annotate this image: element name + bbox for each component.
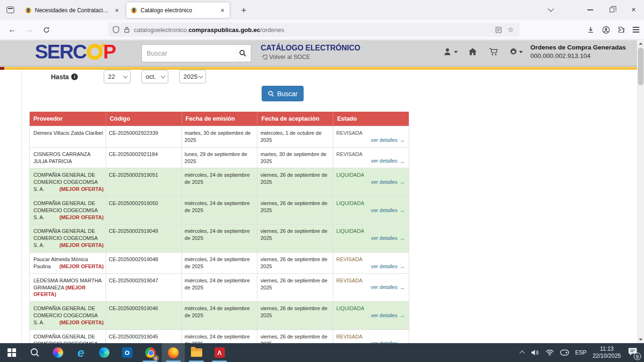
file-explorer-button[interactable] [185, 343, 208, 362]
ver-detalles-link[interactable]: ver detalles→ [371, 178, 405, 186]
scrollbar-thumb[interactable] [638, 48, 644, 85]
wifi-button[interactable] [545, 349, 554, 356]
proveedor-cell: Demera Villacis Zaida Claribel [30, 126, 106, 147]
chrome-button[interactable]: G [139, 343, 162, 362]
ver-detalles-label: ver detalles [371, 312, 397, 319]
lock-icon[interactable] [124, 26, 130, 33]
shield-icon[interactable] [112, 26, 120, 33]
logo-text: C [73, 42, 86, 62]
notification-badge: 5 [634, 353, 641, 360]
info-icon[interactable]: i [71, 74, 78, 80]
tab-necesidades[interactable]: Necesidades de Contratación y × [21, 2, 124, 18]
catalog-search-button[interactable] [234, 44, 251, 62]
maximize-button[interactable] [605, 4, 619, 16]
emision-cell: martes, 30 de septiembre de 2025 [182, 126, 257, 147]
codigo-cell: CE-20250002919048 [106, 253, 182, 273]
acrobat-button[interactable]: Λ [208, 343, 231, 362]
estado-badge: REVISADA [336, 130, 407, 137]
start-button[interactable] [0, 343, 23, 362]
ver-detalles-link[interactable]: ver detalles→ [371, 340, 405, 343]
proveedor-cell: COMPAÑIA GENERAL DE COMERCIO COGECOMSA S… [30, 168, 106, 196]
ver-detalles-link[interactable]: ver detalles→ [371, 284, 405, 291]
estado-cell: LIQUIDADA ver detalles→ [333, 302, 409, 329]
notification-center-button[interactable]: 5 [627, 347, 639, 358]
month-select[interactable]: oct. [141, 70, 168, 83]
url-text: catalogoelectronico.compraspublicas.gob.… [134, 26, 495, 33]
volver-soce-link[interactable]: Volver al SOCE [261, 54, 310, 60]
minimize-icon [587, 9, 593, 10]
user-menu-button[interactable] [444, 48, 458, 56]
year-select[interactable]: 2025 [179, 70, 206, 83]
meet-now-button[interactable] [560, 349, 569, 356]
ver-detalles-link[interactable]: ver detalles→ [371, 136, 405, 144]
reader-view-icon[interactable] [495, 26, 502, 33]
volume-button[interactable] [531, 349, 539, 356]
minimize-button[interactable] [584, 4, 597, 16]
page-scrollbar[interactable] [637, 40, 644, 343]
forward-button[interactable]: → [23, 23, 36, 36]
cart-button[interactable] [489, 48, 498, 56]
scroll-down-icon[interactable] [639, 338, 643, 341]
mejor-oferta-label: (MEJOR OFERTA) [59, 242, 104, 249]
day-select[interactable]: 22 [104, 70, 131, 83]
tab-close-icon[interactable]: × [219, 7, 226, 14]
internet-explorer-button[interactable]: e [69, 343, 92, 362]
aceptacion-cell: martes, 30 de septiembre de 2025 [257, 148, 333, 168]
close-button[interactable]: × [627, 4, 640, 16]
buscar-button[interactable]: Buscar [262, 86, 304, 101]
ecuador-favicon-icon [130, 7, 138, 14]
firefox-view-button[interactable] [4, 4, 17, 16]
extensions-puzzle-icon[interactable] [618, 26, 625, 33]
orders-table: Proveedor Código Fecha de emisión Fecha … [29, 112, 409, 343]
table-row: COMPAÑIA GENERAL DE COMERCIO COGECOMSA S… [30, 196, 409, 224]
tab-close-icon[interactable]: × [114, 7, 120, 14]
copilot-button[interactable] [46, 343, 69, 362]
menu-icon[interactable] [633, 27, 639, 32]
url-bar[interactable]: catalogoelectronico.compraspublicas.gob.… [108, 23, 520, 37]
ver-detalles-link[interactable]: ver detalles→ [371, 312, 405, 319]
tab-catalogo[interactable]: Catálogo electrónico × [126, 2, 230, 18]
firefox-button[interactable] [162, 343, 185, 362]
copilot-icon [53, 347, 63, 358]
tray-chevron-button[interactable] [521, 351, 525, 354]
outlook-button[interactable]: O [116, 343, 139, 362]
settings-menu-button[interactable] [509, 48, 523, 56]
catalog-search-input[interactable] [141, 44, 235, 62]
estado-cell: LIQUIDADA ver detalles→ [333, 224, 409, 252]
ecuador-favicon-icon [25, 7, 32, 14]
day-value: 22 [108, 73, 115, 80]
proveedor-cell: COMPAÑIA GENERAL DE COMERCIO COGECOMSA S… [30, 224, 106, 252]
codigo-cell: CE-20250002922339 [106, 126, 182, 147]
scroll-up-icon[interactable] [639, 42, 643, 45]
ver-detalles-link[interactable]: ver detalles→ [371, 157, 405, 165]
estado-badge: LIQUIDADA [336, 305, 407, 312]
ver-detalles-label: ver detalles [371, 340, 397, 343]
bookmark-star-icon[interactable]: ☆ [508, 25, 514, 34]
orders-number: 000.000.002.913.104 [530, 52, 640, 59]
table-row: COMPAÑIA GENERAL DE COMERCIO COGECOMSA S… [30, 168, 409, 196]
tab-list-button[interactable] [544, 4, 557, 16]
new-tab-button[interactable]: + [238, 4, 250, 16]
ver-detalles-link[interactable]: ver detalles→ [371, 206, 405, 214]
estado-badge: LIQUIDADA [336, 172, 407, 179]
sercop-logo[interactable]: SERCP [35, 42, 116, 62]
edge-button[interactable] [92, 343, 116, 362]
codigo-cell: CE-20250002919045 [106, 330, 182, 343]
reload-icon [43, 26, 50, 33]
clock[interactable]: 11:13 22/10/2025 [593, 346, 621, 360]
year-value: 2025 [183, 73, 198, 80]
back-button[interactable]: ← [6, 23, 19, 36]
aceptacion-cell: viernes, 26 de septiembre de 2025 [257, 224, 333, 252]
language-indicator[interactable]: ESP [575, 349, 586, 356]
time: 11:13 [600, 346, 613, 352]
downloads-icon[interactable] [587, 26, 594, 33]
account-icon[interactable] [602, 26, 610, 34]
taskbar-search-button[interactable] [23, 343, 46, 362]
ver-detalles-link[interactable]: ver detalles→ [371, 234, 405, 242]
table-row: Demera Villacis Zaida Claribel CE-202500… [30, 126, 409, 147]
home-button[interactable] [468, 48, 477, 56]
ver-detalles-link[interactable]: ver detalles→ [371, 263, 405, 270]
estado-badge: LIQUIDADA [336, 200, 407, 207]
reload-button[interactable] [40, 23, 53, 36]
speaker-icon [531, 349, 539, 356]
